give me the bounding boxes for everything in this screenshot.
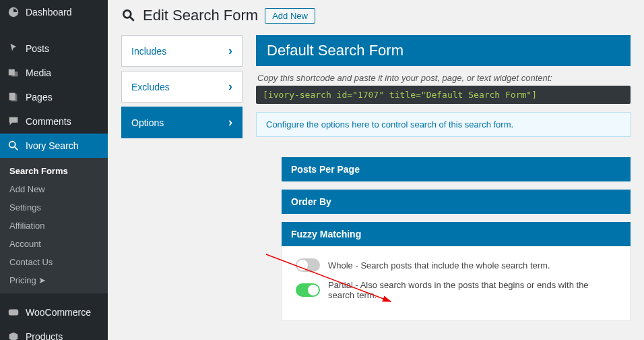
form-title: Default Search Form [256, 35, 631, 66]
sidebar-label: Pages [26, 92, 53, 103]
svg-point-7 [123, 10, 131, 18]
tab-options[interactable]: Options › [121, 107, 243, 138]
section-order-by[interactable]: Order By [282, 190, 631, 214]
submenu-affiliation[interactable]: Affiliation [0, 217, 108, 235]
vertical-tabs: Includes › Excludes › Options › [121, 35, 243, 142]
tab-label: Options [131, 117, 164, 128]
submenu-pricing[interactable]: Pricing ➤ [0, 271, 108, 289]
tab-excludes[interactable]: Excludes › [121, 71, 243, 103]
sidebar-label: Media [26, 67, 51, 78]
sidebar-label: Ivory Search [26, 140, 79, 151]
chevron-right-icon: › [228, 44, 232, 58]
submenu-account[interactable]: Account [0, 235, 108, 253]
svg-line-8 [130, 17, 134, 21]
search-icon [7, 139, 20, 152]
submenu: Search Forms Add New Settings Affiliatio… [0, 158, 108, 293]
sidebar-item-media[interactable]: Media [0, 61, 108, 85]
sidebar-label: WooCommerce [26, 307, 91, 318]
shortcode-note: Copy this shortcode and paste it into yo… [257, 73, 631, 83]
content-area: Edit Search Form Add New Includes › Excl… [108, 0, 644, 329]
submenu-settings[interactable]: Settings [0, 198, 108, 217]
sidebar-item-posts[interactable]: Posts [0, 36, 108, 61]
page-title: Edit Search Form [143, 7, 258, 24]
svg-line-5 [15, 147, 18, 150]
fuzzy-whole-row: Whole - Search posts that include the wh… [296, 258, 616, 272]
sidebar-item-dashboard[interactable]: Dashboard [0, 0, 108, 24]
submenu-search-forms[interactable]: Search Forms [0, 162, 108, 180]
submenu-woo: WooCommerce Products [0, 293, 108, 340]
svg-rect-6 [9, 310, 18, 316]
sidebar-label: Comments [26, 116, 71, 127]
tab-label: Excludes [131, 82, 170, 92]
sidebar-label: Products [26, 331, 63, 340]
tab-includes[interactable]: Includes › [121, 35, 243, 67]
svg-rect-1 [11, 72, 18, 76]
page-icon [7, 90, 20, 104]
dashboard-icon [7, 5, 20, 19]
sections: Posts Per Page Order By Fuzzy Matching W… [282, 157, 631, 321]
sidebar-item-woocommerce[interactable]: WooCommerce [0, 300, 108, 324]
submenu-contact[interactable]: Contact Us [0, 253, 108, 271]
submenu-add-new[interactable]: Add New [0, 180, 108, 198]
sidebar-item-ivory-search[interactable]: Ivory Search [0, 134, 108, 158]
admin-sidebar: Dashboard Posts Media Pages Comments Ivo… [0, 0, 108, 340]
section-posts-per-page[interactable]: Posts Per Page [282, 157, 631, 181]
tab-label: Includes [131, 46, 166, 57]
media-icon [7, 66, 20, 80]
section-fuzzy[interactable]: Fuzzy Matching [282, 222, 631, 246]
toggle-label: Partial - Also search words in the posts… [328, 280, 616, 300]
toggle-whole[interactable] [296, 258, 320, 272]
sidebar-label: Posts [26, 43, 49, 54]
sidebar-item-pages[interactable]: Pages [0, 85, 108, 109]
add-new-button[interactable]: Add New [265, 8, 315, 24]
toggle-label: Whole - Search posts that include the wh… [328, 260, 550, 271]
svg-point-4 [9, 142, 15, 148]
svg-rect-3 [11, 94, 17, 102]
toggle-partial[interactable] [296, 283, 320, 297]
sidebar-item-comments[interactable]: Comments [0, 109, 108, 134]
sidebar-item-products[interactable]: Products [0, 324, 108, 340]
sidebar-label: Dashboard [26, 7, 72, 18]
chevron-right-icon: › [228, 115, 232, 130]
comment-icon [7, 115, 20, 128]
fuzzy-body: Whole - Search posts that include the wh… [282, 246, 631, 321]
search-icon [121, 8, 136, 23]
products-icon [7, 330, 20, 340]
chevron-right-icon: › [228, 80, 232, 94]
page-header: Edit Search Form Add New [121, 7, 631, 24]
fuzzy-partial-row: Partial - Also search words in the posts… [296, 280, 616, 300]
pin-icon [7, 42, 20, 55]
shortcode-box[interactable]: [ivory-search id="1707" title="Default S… [256, 86, 631, 104]
woo-icon [7, 306, 20, 319]
info-box: Configure the options here to control se… [256, 112, 631, 137]
main-panel: Default Search Form Copy this shortcode … [256, 35, 631, 329]
